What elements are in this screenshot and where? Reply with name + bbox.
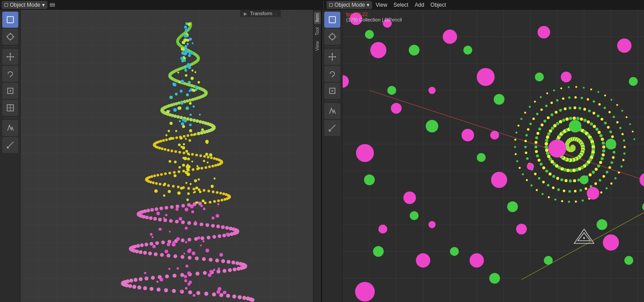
item-tab[interactable]: Item	[314, 12, 321, 24]
right-move-tool[interactable]	[324, 49, 340, 65]
right-topbar: Object Mode ▾ View Select Add Object	[325, 1, 449, 9]
svg-marker-11	[13, 56, 14, 58]
mode-icon-r	[329, 3, 333, 7]
svg-point-1	[8, 34, 13, 39]
right-measure-tool[interactable]	[324, 120, 340, 136]
annotate-tool-button[interactable]	[2, 120, 18, 136]
left-mode-selector[interactable]: Object Mode ▾	[2, 1, 47, 9]
left-toolbar	[0, 10, 21, 302]
right-annotate-tool[interactable]	[324, 103, 340, 119]
svg-marker-30	[331, 60, 333, 61]
menu-add[interactable]: Add	[412, 1, 427, 9]
svg-marker-8	[9, 53, 11, 54]
select-box-icon	[6, 15, 15, 24]
right-move-icon	[328, 52, 337, 61]
transform-label: Transform	[250, 11, 272, 16]
svg-line-36	[329, 125, 335, 131]
svg-rect-21	[329, 17, 335, 23]
transform-arrow: ▶	[244, 11, 247, 16]
right-mode-arrow: ▾	[367, 2, 369, 8]
scale-icon	[6, 86, 15, 95]
top-bar: Object Mode ▾ Object Mode ▾ View Select …	[0, 0, 644, 10]
right-panel: fps: 16.22 (179) Collection | GPencil	[322, 10, 644, 302]
right-rotate-tool[interactable]	[324, 66, 340, 82]
right-mode-selector[interactable]: Object Mode ▾	[326, 1, 372, 9]
svg-point-22	[330, 34, 335, 39]
toolbar-divider-2	[4, 118, 17, 118]
right-annotate-icon	[328, 106, 337, 115]
mode-icon	[4, 3, 8, 7]
right-measure-icon	[328, 123, 337, 132]
svg-marker-32	[335, 56, 336, 58]
left-mode-label: Object Mode	[10, 2, 40, 8]
annotate-icon	[6, 123, 15, 132]
right-toolbar-divider-1	[326, 47, 339, 47]
scale-tool-button[interactable]	[2, 83, 18, 99]
svg-marker-12	[10, 76, 11, 77]
svg-rect-0	[7, 17, 13, 23]
view-tab[interactable]: View	[314, 39, 321, 53]
transform-panel-header: ▶ Transform ::	[240, 10, 281, 17]
svg-rect-35	[331, 90, 333, 92]
cursor-tool-button[interactable]	[2, 29, 18, 45]
left-hamburger[interactable]	[48, 2, 56, 9]
svg-marker-9	[9, 60, 11, 61]
transform-tool-button[interactable]	[2, 100, 18, 116]
svg-marker-31	[328, 56, 330, 58]
transform-drag-handle[interactable]: ::	[275, 11, 277, 16]
svg-marker-33	[332, 76, 333, 77]
svg-marker-10	[6, 56, 8, 58]
left-mode-arrow: ▾	[42, 2, 45, 8]
left-viewport-canvas	[21, 10, 298, 302]
right-scale-tool[interactable]	[324, 83, 340, 99]
toolbar-divider-1	[4, 47, 17, 47]
right-toolbar-divider-2	[326, 101, 339, 101]
left-panel-right-strip: Item Tool View	[313, 10, 321, 302]
measure-tool-button[interactable]	[2, 137, 18, 153]
move-icon	[6, 52, 15, 61]
move-tool-button[interactable]	[2, 49, 18, 65]
menu-select[interactable]: Select	[391, 1, 411, 9]
cursor-icon	[6, 32, 15, 41]
main-area: ▶ Transform :: Item Tool View	[0, 10, 644, 302]
left-viewport[interactable]: ▶ Transform ::	[21, 10, 313, 302]
right-cursor-icon	[328, 32, 337, 41]
left-topbar: Object Mode ▾	[2, 1, 324, 9]
right-viewport-canvas	[343, 10, 644, 302]
right-rotate-icon	[328, 69, 337, 78]
select-tool-button[interactable]	[2, 12, 18, 28]
right-cursor-tool[interactable]	[324, 29, 340, 45]
menu-view[interactable]: View	[373, 1, 390, 9]
rotate-icon	[6, 69, 15, 78]
svg-rect-14	[9, 90, 11, 92]
right-viewport[interactable]: fps: 16.22 (179) Collection | GPencil	[343, 10, 644, 302]
svg-marker-29	[331, 53, 333, 54]
left-panel: ▶ Transform :: Item Tool View	[0, 10, 322, 302]
transform-icon	[6, 103, 15, 112]
menu-object[interactable]: Object	[428, 1, 449, 9]
right-scale-icon	[328, 86, 337, 95]
tool-tab[interactable]: Tool	[314, 26, 321, 37]
rotate-tool-button[interactable]	[2, 66, 18, 82]
right-select-tool[interactable]	[324, 12, 340, 28]
right-mode-label: Object Mode	[335, 2, 365, 8]
svg-line-18	[7, 142, 13, 148]
right-select-icon	[328, 15, 337, 24]
measure-icon	[6, 140, 15, 149]
right-toolbar	[322, 10, 343, 302]
